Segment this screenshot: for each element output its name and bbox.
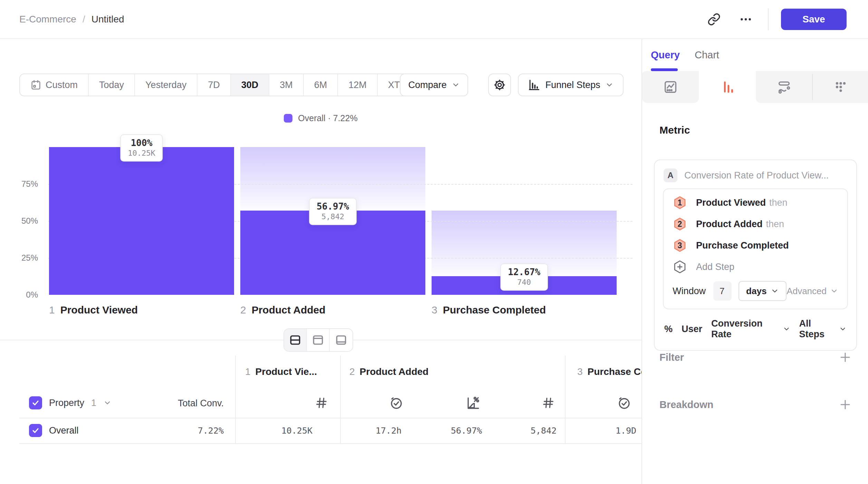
- bar-segment[interactable]: [49, 147, 234, 295]
- chart-percent-icon[interactable]: [464, 394, 482, 412]
- breadcrumb-project[interactable]: E-Commerce: [19, 14, 76, 25]
- conversion-window-row: Window 7 days Advanced: [664, 278, 847, 309]
- chart-only-view-icon: [311, 333, 325, 347]
- tooltip-count: 740: [508, 278, 540, 287]
- more-options-button[interactable]: [736, 10, 755, 29]
- step-event-name: Purchase Completed: [696, 240, 789, 251]
- row-checkbox[interactable]: [29, 424, 42, 437]
- funnel-bar-step-1: 100% 10.25K: [49, 147, 234, 295]
- window-value-input[interactable]: 7: [713, 281, 732, 301]
- query-step-3[interactable]: 3 Purchase Completed: [664, 235, 847, 256]
- advanced-toggle[interactable]: Advanced: [787, 286, 838, 297]
- advanced-label: Advanced: [787, 286, 827, 297]
- window-unit-label: days: [746, 286, 766, 297]
- dots-grid-icon: [832, 79, 848, 95]
- retention-flow-icon: [776, 79, 792, 95]
- chevron-down-icon[interactable]: [103, 399, 112, 407]
- view-chart-only-button[interactable]: [307, 329, 330, 351]
- metric-series-row[interactable]: A Conversion Rate of Product View...: [655, 160, 856, 188]
- funnel-bars-icon: [720, 79, 735, 95]
- breakdown-section: Breakdown: [659, 394, 851, 415]
- top-bar: E-Commerce / Untitled: [0, 0, 868, 39]
- table-only-view-icon: [335, 333, 348, 347]
- tab-insights-chart[interactable]: [642, 71, 699, 103]
- x-axis-label-3[interactable]: 3 Purchase Completed: [432, 304, 546, 316]
- page-title[interactable]: Untitled: [91, 14, 124, 25]
- step-number: 1: [49, 304, 55, 316]
- group-name: Purchase Completed: [588, 366, 642, 377]
- view-table-only-button[interactable]: [330, 329, 353, 351]
- window-unit-select[interactable]: days: [739, 281, 787, 301]
- tab-journeys-chart[interactable]: [812, 71, 868, 103]
- measured-as-percent[interactable]: %: [664, 324, 673, 335]
- select-all-checkbox[interactable]: [29, 396, 42, 409]
- tab-retention-chart[interactable]: [756, 71, 812, 103]
- query-step-2[interactable]: 2 Product Addedthen: [664, 213, 847, 235]
- bar-value-tooltip: 12.67% 740: [500, 263, 548, 291]
- bar-value-tooltip: 56.97% 5,842: [309, 198, 357, 225]
- clock-check-icon[interactable]: [615, 394, 633, 412]
- group-name: Product Vie...: [255, 366, 317, 377]
- chart-type-strip: [642, 71, 868, 103]
- y-axis-tick: 50%: [7, 216, 38, 226]
- tab-funnel-chart[interactable]: [699, 71, 756, 103]
- add-step-hexagon-icon: [673, 260, 687, 274]
- save-button[interactable]: Save: [781, 9, 847, 30]
- window-label: Window: [673, 286, 706, 297]
- step-name: Product Added: [252, 304, 326, 316]
- top-actions: Save: [704, 0, 847, 38]
- table-row-divider: [19, 418, 642, 418]
- table-group-header-1: 1 Product Vie...: [245, 366, 317, 377]
- table-column-divider: [340, 356, 341, 443]
- add-step-button[interactable]: Add Step: [664, 256, 847, 278]
- y-axis-tick: 0%: [7, 290, 38, 300]
- property-label[interactable]: Property: [49, 398, 84, 408]
- hash-icon[interactable]: [539, 394, 557, 412]
- table-row-divider: [19, 443, 642, 444]
- view-toggle-group: [283, 328, 353, 352]
- total-conv-header[interactable]: Total Conv.: [145, 398, 224, 409]
- cell-total-conv: 7.22%: [145, 420, 224, 441]
- series-title: Conversion Rate of Product View...: [684, 170, 829, 181]
- view-split-button[interactable]: [284, 329, 307, 351]
- row-label: Overall: [49, 425, 79, 436]
- funnel-chart: 75% 50% 25% 0% 100% 10.25K 56.97% 5,: [0, 39, 642, 350]
- add-breakdown-button[interactable]: [839, 398, 851, 411]
- metric-footer-row: % User Conversion Rate All Steps: [655, 309, 856, 350]
- filter-section: Filter: [659, 347, 851, 368]
- step-hexagon-badge: 1: [673, 195, 687, 210]
- table-group-header-2: 2 Product Added: [349, 366, 428, 377]
- step-badge-number: 2: [678, 220, 682, 229]
- property-header: Property 1: [29, 394, 112, 412]
- group-number: 3: [577, 366, 583, 377]
- clock-check-icon[interactable]: [387, 394, 405, 412]
- tooltip-percent: 12.67%: [508, 267, 540, 277]
- table-group-header-3: 3 Purchase Completed: [577, 366, 642, 377]
- counting-unit[interactable]: User: [682, 324, 702, 335]
- hash-icon[interactable]: [312, 394, 330, 412]
- tooltip-count: 10.25K: [128, 149, 155, 157]
- x-axis-label-1[interactable]: 1 Product Viewed: [49, 304, 138, 316]
- share-link-button[interactable]: [704, 10, 724, 29]
- measurement-label: Conversion Rate: [711, 318, 779, 340]
- breadcrumb: E-Commerce / Untitled: [19, 0, 124, 38]
- y-axis-tick: 75%: [7, 179, 38, 189]
- table-row: Overall: [29, 420, 79, 441]
- steps-scope-select[interactable]: All Steps: [799, 318, 847, 340]
- group-name: Product Added: [360, 366, 429, 377]
- link-icon: [707, 13, 721, 26]
- add-step-label: Add Step: [696, 262, 734, 272]
- tab-chart[interactable]: Chart: [695, 39, 719, 71]
- add-filter-button[interactable]: [839, 351, 851, 364]
- header-divider: [768, 8, 769, 30]
- query-step-1[interactable]: 1 Product Viewedthen: [664, 192, 847, 213]
- table-column-divider: [235, 356, 236, 443]
- step-badge-number: 1: [678, 198, 682, 207]
- measurement-select[interactable]: Conversion Rate: [711, 318, 790, 340]
- x-axis-label-2[interactable]: 2 Product Added: [240, 304, 326, 316]
- breadcrumb-separator: /: [83, 14, 85, 25]
- main-content: Custom Today Yesterday 7D 30D 3M 6M 12M …: [0, 39, 642, 484]
- tab-query[interactable]: Query: [651, 39, 680, 71]
- funnel-bar-step-2: 56.97% 5,842: [240, 147, 425, 295]
- property-number: 1: [91, 398, 96, 408]
